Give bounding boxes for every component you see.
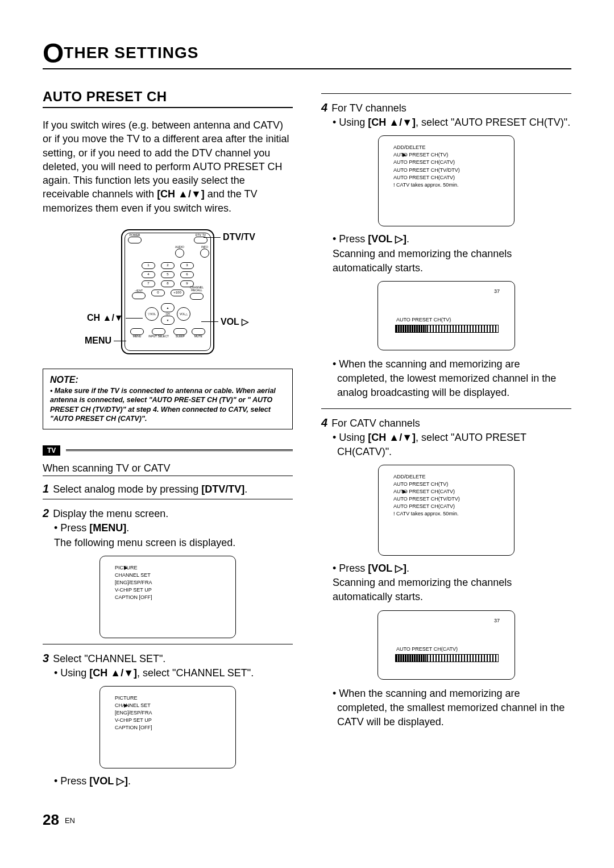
scan-label: AUTO PRESET CH(CATV) xyxy=(396,646,458,652)
step-4b-line: Scanning and memorizing the channels aut… xyxy=(321,576,571,604)
step-4-tv: 4 For TV channels xyxy=(321,100,571,115)
step-4a-line: Scanning and memorizing the channels aut… xyxy=(321,247,571,275)
menu-item: AUTO PRESET CH(CATV) xyxy=(393,503,506,510)
audio-label: AUDIO xyxy=(175,246,184,249)
ch-down-icon: ▼ xyxy=(161,316,175,325)
menu-item: ! CATV takes approx. 50min. xyxy=(393,510,506,518)
step-3-press: Press [VOL ▷]. xyxy=(45,774,293,788)
cursor-icon: ▶ xyxy=(124,702,128,709)
menu-item: AUTO PRESET CH(TV) xyxy=(393,481,506,488)
menu-item: V-CHIP SET UP xyxy=(115,586,227,594)
section-heading: AUTO PRESET CH xyxy=(43,89,293,108)
cursor-icon: ▶ xyxy=(403,151,406,159)
menu-item: ADD/DELETE xyxy=(393,144,506,151)
chapter-title: OTHER SETTINGS xyxy=(43,40,571,69)
cursor-icon: ▶ xyxy=(124,564,128,572)
info-label: INFO xyxy=(201,246,208,249)
scan-screen-tv: 37 AUTO PRESET CH(TV) xyxy=(377,281,515,350)
tv-separator: TV xyxy=(43,445,293,454)
step-num: 4 xyxy=(321,101,327,114)
bottom-buttons: MENU INPUT SELECT SLEEP MUTE xyxy=(130,328,205,338)
number-pad: 1 2 3 4 5 6 7 8 9 xyxy=(141,262,194,287)
note-body: • Make sure if the TV is connected to an… xyxy=(50,386,285,423)
step-4a-sub: Using [CH ▲/▼], select "AUTO PRESET CH(T… xyxy=(323,115,571,130)
menu-screen-1: ▶PICTURE CHANNEL SET [ENG]/ESP/FRA V-CHI… xyxy=(99,556,236,638)
drop-cap: O xyxy=(43,38,64,68)
menu-screen-2: PICTURE ▶CHANNEL SET [ENG]/ESP/FRA V-CHI… xyxy=(99,686,236,768)
channel-menu-tv: ADD/DELETE ▶AUTO PRESET CH(TV) AUTO PRES… xyxy=(378,135,515,226)
menu-item: AUTO PRESET CH(CATV) xyxy=(393,159,506,166)
ent-button-icon xyxy=(132,292,146,299)
menu-item: ADD/DELETE xyxy=(393,473,506,481)
step-num: 2 xyxy=(43,507,49,519)
menu-item: AUTO PRESET CH(TV) xyxy=(393,152,448,158)
step-4-catv: 4 For CATV channels xyxy=(321,415,571,431)
step-2-sub: Press [MENU]. xyxy=(45,521,293,535)
step-num: 3 xyxy=(43,652,49,664)
vol-up-icon: VOL△ xyxy=(177,307,190,321)
info-button-icon xyxy=(200,249,209,258)
menu-item: V-CHIP SET UP xyxy=(115,717,227,724)
cursor-icon: ▶ xyxy=(403,488,406,495)
page-number: 28 xyxy=(43,811,59,828)
right-column: 4 For TV channels Using [CH ▲/▼], select… xyxy=(321,89,571,788)
step-3-sub: Using [CH ▲/▼], select "CHANNEL SET". xyxy=(45,666,293,680)
tv-tag: TV xyxy=(43,445,60,456)
power-button-icon xyxy=(128,237,142,243)
scan-channel: 37 xyxy=(494,288,500,294)
channel-menu-catv: ADD/DELETE AUTO PRESET CH(TV) ▶AUTO PRES… xyxy=(378,465,515,556)
step-4b-sub: Using [CH ▲/▼], select "AUTO PRESET CH(C… xyxy=(323,431,571,459)
menu-item: [ENG]/ESP/FRA xyxy=(115,579,227,586)
when-line: When scanning TV or CATV xyxy=(43,462,293,474)
callout-menu: MENU xyxy=(85,336,126,346)
recall-button-icon xyxy=(190,293,204,300)
title-rest: THER SETTINGS xyxy=(64,44,198,61)
vol-down-icon: ▽VOL xyxy=(145,307,159,321)
audio-button-icon xyxy=(175,249,184,258)
left-column: AUTO PRESET CH If you switch wires (e.g.… xyxy=(43,89,293,788)
page-footer: 28EN xyxy=(43,811,571,829)
step-4b-result: When the scanning and memorizing are com… xyxy=(323,687,571,730)
manual-page: OTHER SETTINGS AUTO PRESET CH If you swi… xyxy=(43,0,571,852)
page-lang: EN xyxy=(65,816,75,825)
menu-item: ! CATV takes approx. 50min. xyxy=(393,181,506,189)
step-4a-result: When the scanning and memorizing are com… xyxy=(323,357,571,400)
menu-item: CHANNEL SET xyxy=(115,572,227,579)
progress-bar xyxy=(395,325,499,333)
remote-body: POWER DTVTV AUDIO INFO 1 2 3 4 5 6 xyxy=(121,229,214,354)
scan-label: AUTO PRESET CH(TV) xyxy=(396,317,451,323)
ent-label: –/ENT xyxy=(135,290,143,292)
step-4b-press: Press [VOL ▷]. xyxy=(323,561,571,576)
step-2-result: The following menu screen is displayed. xyxy=(43,536,293,550)
step-1: 1 Select analog mode by pressing [DTV/TV… xyxy=(43,481,293,497)
step-num: 4 xyxy=(321,416,327,429)
menu-item: AUTO PRESET CH(TV/DTV) xyxy=(393,495,506,503)
power-label: POWER xyxy=(130,234,140,237)
ch-up-icon: ▲ xyxy=(161,303,175,312)
step-2: 2 Display the menu screen. xyxy=(43,505,293,521)
scan-screen-catv: 37 AUTO PRESET CH(CATV) xyxy=(377,610,515,680)
step-num: 1 xyxy=(43,482,49,495)
nav-cluster: ▽VOL ▲ CH ▼ VOL△ xyxy=(145,303,190,325)
progress-bar xyxy=(395,654,499,662)
menu-item: CAPTION [OFF] xyxy=(115,594,227,601)
menu-item: AUTO PRESET CH(TV/DTV) xyxy=(393,167,506,174)
dtv-label: DTV xyxy=(196,234,201,237)
menu-item: PICTURE xyxy=(115,695,227,702)
note-box: NOTE: • Make sure if the TV is connected… xyxy=(43,369,293,429)
recall-label: CHANNEL RECALL xyxy=(185,286,208,292)
menu-item: CAPTION [OFF] xyxy=(115,724,227,731)
step-3: 3 Select "CHANNEL SET". xyxy=(43,650,293,666)
menu-item: [ENG]/ESP/FRA xyxy=(115,709,227,717)
dtv-tv-button-icon xyxy=(194,237,208,243)
tv-label: TV xyxy=(202,234,206,237)
menu-item: CHANNEL SET xyxy=(115,702,151,708)
scan-channel: 37 xyxy=(494,618,500,623)
intro-bold-ch: [CH ▲/▼] xyxy=(157,188,205,200)
note-title: NOTE: xyxy=(50,375,285,385)
menu-item: AUTO PRESET CH(CATV) xyxy=(393,174,506,181)
remote-illustration: DTV/TV CH ▲/▼ MENU VOL ▷ POWER DTVTV AUD… xyxy=(43,226,293,357)
intro-text: If you switch wires (e.g. between antenn… xyxy=(43,118,293,215)
step-4a-press: Press [VOL ▷]. xyxy=(323,232,571,246)
